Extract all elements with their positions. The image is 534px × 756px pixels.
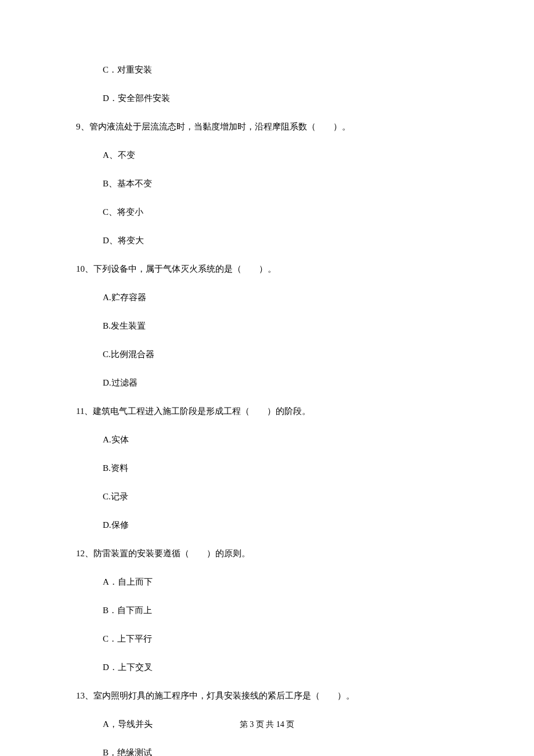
- question-10-option-d: D.过滤器: [103, 377, 458, 389]
- question-12-option-a: A．自上而下: [103, 576, 458, 588]
- question-11-stem: 11、建筑电气工程进入施工阶段是形成工程（ ）的阶段。: [76, 405, 458, 417]
- option-d: D．安全部件安装: [103, 92, 458, 105]
- question-12-option-b: B．自下而上: [103, 604, 458, 617]
- question-11-option-a: A.实体: [103, 434, 458, 446]
- question-9-option-c: C、将变小: [103, 206, 458, 218]
- question-10-option-c: C.比例混合器: [103, 348, 458, 361]
- question-12-stem: 12、防雷装置的安装要遵循（ ）的原则。: [76, 548, 458, 560]
- page: C．对重安装 D．安全部件安装 9、管内液流处于层流流态时，当黏度增加时，沿程摩…: [0, 0, 534, 756]
- question-9-option-d: D、将变大: [103, 235, 458, 247]
- question-13-option-b: B，绝缘测试: [103, 747, 458, 756]
- question-11-option-d: D.保修: [103, 519, 458, 531]
- question-11-option-c: C.记录: [103, 491, 458, 503]
- question-11-option-b: B.资料: [103, 462, 458, 474]
- question-9-stem: 9、管内液流处于层流流态时，当黏度增加时，沿程摩阻系数（ ）。: [76, 121, 458, 133]
- question-12-option-c: C．上下平行: [103, 633, 458, 645]
- question-10-stem: 10、下列设备中，属于气体灭火系统的是（ ）。: [76, 263, 458, 275]
- question-10-option-b: B.发生装置: [103, 320, 458, 332]
- question-9-option-a: A、不变: [103, 149, 458, 161]
- option-c: C．对重安装: [103, 64, 458, 76]
- question-13-stem: 13、室内照明灯具的施工程序中，灯具安装接线的紧后工序是（ ）。: [76, 690, 458, 702]
- question-12-option-d: D．上下交叉: [103, 661, 458, 674]
- question-10-option-a: A.贮存容器: [103, 291, 458, 304]
- question-9-option-b: B、基本不变: [103, 178, 458, 190]
- page-footer: 第 3 页 共 14 页: [0, 719, 534, 730]
- content-area: C．对重安装 D．安全部件安装 9、管内液流处于层流流态时，当黏度增加时，沿程摩…: [76, 64, 458, 756]
